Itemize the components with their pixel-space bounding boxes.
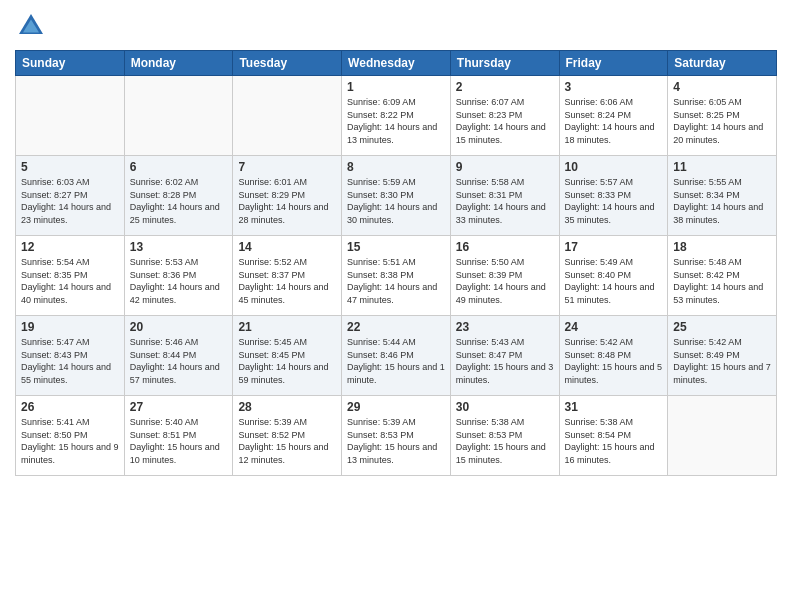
day-info: Sunrise: 5:54 AM Sunset: 8:35 PM Dayligh…: [21, 256, 119, 306]
page: SundayMondayTuesdayWednesdayThursdayFrid…: [0, 0, 792, 612]
day-number: 3: [565, 80, 663, 94]
day-info: Sunrise: 6:07 AM Sunset: 8:23 PM Dayligh…: [456, 96, 554, 146]
day-cell: 19Sunrise: 5:47 AM Sunset: 8:43 PM Dayli…: [16, 316, 125, 396]
day-info: Sunrise: 6:05 AM Sunset: 8:25 PM Dayligh…: [673, 96, 771, 146]
day-info: Sunrise: 5:38 AM Sunset: 8:54 PM Dayligh…: [565, 416, 663, 466]
header-row: SundayMondayTuesdayWednesdayThursdayFrid…: [16, 51, 777, 76]
day-number: 17: [565, 240, 663, 254]
day-info: Sunrise: 5:50 AM Sunset: 8:39 PM Dayligh…: [456, 256, 554, 306]
day-cell: 4Sunrise: 6:05 AM Sunset: 8:25 PM Daylig…: [668, 76, 777, 156]
day-info: Sunrise: 5:46 AM Sunset: 8:44 PM Dayligh…: [130, 336, 228, 386]
day-cell: 1Sunrise: 6:09 AM Sunset: 8:22 PM Daylig…: [342, 76, 451, 156]
week-row-2: 12Sunrise: 5:54 AM Sunset: 8:35 PM Dayli…: [16, 236, 777, 316]
weekday-header-monday: Monday: [124, 51, 233, 76]
day-cell: [668, 396, 777, 476]
day-number: 18: [673, 240, 771, 254]
day-info: Sunrise: 5:44 AM Sunset: 8:46 PM Dayligh…: [347, 336, 445, 386]
day-info: Sunrise: 5:51 AM Sunset: 8:38 PM Dayligh…: [347, 256, 445, 306]
day-info: Sunrise: 6:02 AM Sunset: 8:28 PM Dayligh…: [130, 176, 228, 226]
day-info: Sunrise: 5:59 AM Sunset: 8:30 PM Dayligh…: [347, 176, 445, 226]
day-cell: [124, 76, 233, 156]
day-number: 27: [130, 400, 228, 414]
day-cell: 12Sunrise: 5:54 AM Sunset: 8:35 PM Dayli…: [16, 236, 125, 316]
weekday-header-saturday: Saturday: [668, 51, 777, 76]
day-number: 5: [21, 160, 119, 174]
logo-icon: [15, 10, 47, 42]
day-number: 13: [130, 240, 228, 254]
day-info: Sunrise: 5:42 AM Sunset: 8:49 PM Dayligh…: [673, 336, 771, 386]
day-info: Sunrise: 5:48 AM Sunset: 8:42 PM Dayligh…: [673, 256, 771, 306]
day-cell: 26Sunrise: 5:41 AM Sunset: 8:50 PM Dayli…: [16, 396, 125, 476]
day-cell: 25Sunrise: 5:42 AM Sunset: 8:49 PM Dayli…: [668, 316, 777, 396]
week-row-0: 1Sunrise: 6:09 AM Sunset: 8:22 PM Daylig…: [16, 76, 777, 156]
day-number: 31: [565, 400, 663, 414]
day-number: 24: [565, 320, 663, 334]
day-info: Sunrise: 5:43 AM Sunset: 8:47 PM Dayligh…: [456, 336, 554, 386]
day-info: Sunrise: 6:01 AM Sunset: 8:29 PM Dayligh…: [238, 176, 336, 226]
day-cell: 14Sunrise: 5:52 AM Sunset: 8:37 PM Dayli…: [233, 236, 342, 316]
day-info: Sunrise: 5:42 AM Sunset: 8:48 PM Dayligh…: [565, 336, 663, 386]
day-cell: 23Sunrise: 5:43 AM Sunset: 8:47 PM Dayli…: [450, 316, 559, 396]
day-info: Sunrise: 5:39 AM Sunset: 8:53 PM Dayligh…: [347, 416, 445, 466]
day-number: 28: [238, 400, 336, 414]
calendar-table: SundayMondayTuesdayWednesdayThursdayFrid…: [15, 50, 777, 476]
day-info: Sunrise: 6:09 AM Sunset: 8:22 PM Dayligh…: [347, 96, 445, 146]
day-cell: 21Sunrise: 5:45 AM Sunset: 8:45 PM Dayli…: [233, 316, 342, 396]
weekday-header-thursday: Thursday: [450, 51, 559, 76]
day-cell: 3Sunrise: 6:06 AM Sunset: 8:24 PM Daylig…: [559, 76, 668, 156]
day-cell: 9Sunrise: 5:58 AM Sunset: 8:31 PM Daylig…: [450, 156, 559, 236]
day-number: 21: [238, 320, 336, 334]
day-cell: 24Sunrise: 5:42 AM Sunset: 8:48 PM Dayli…: [559, 316, 668, 396]
day-number: 11: [673, 160, 771, 174]
day-number: 26: [21, 400, 119, 414]
day-number: 9: [456, 160, 554, 174]
day-cell: [16, 76, 125, 156]
day-info: Sunrise: 5:57 AM Sunset: 8:33 PM Dayligh…: [565, 176, 663, 226]
week-row-1: 5Sunrise: 6:03 AM Sunset: 8:27 PM Daylig…: [16, 156, 777, 236]
day-cell: 15Sunrise: 5:51 AM Sunset: 8:38 PM Dayli…: [342, 236, 451, 316]
day-info: Sunrise: 5:45 AM Sunset: 8:45 PM Dayligh…: [238, 336, 336, 386]
day-cell: 20Sunrise: 5:46 AM Sunset: 8:44 PM Dayli…: [124, 316, 233, 396]
day-cell: 13Sunrise: 5:53 AM Sunset: 8:36 PM Dayli…: [124, 236, 233, 316]
day-number: 23: [456, 320, 554, 334]
day-info: Sunrise: 5:55 AM Sunset: 8:34 PM Dayligh…: [673, 176, 771, 226]
day-info: Sunrise: 5:47 AM Sunset: 8:43 PM Dayligh…: [21, 336, 119, 386]
day-number: 30: [456, 400, 554, 414]
weekday-header-sunday: Sunday: [16, 51, 125, 76]
day-number: 19: [21, 320, 119, 334]
day-number: 8: [347, 160, 445, 174]
day-cell: 11Sunrise: 5:55 AM Sunset: 8:34 PM Dayli…: [668, 156, 777, 236]
day-cell: 22Sunrise: 5:44 AM Sunset: 8:46 PM Dayli…: [342, 316, 451, 396]
logo: [15, 10, 51, 42]
day-number: 15: [347, 240, 445, 254]
day-number: 10: [565, 160, 663, 174]
day-info: Sunrise: 5:41 AM Sunset: 8:50 PM Dayligh…: [21, 416, 119, 466]
day-cell: 10Sunrise: 5:57 AM Sunset: 8:33 PM Dayli…: [559, 156, 668, 236]
day-cell: 17Sunrise: 5:49 AM Sunset: 8:40 PM Dayli…: [559, 236, 668, 316]
day-info: Sunrise: 5:58 AM Sunset: 8:31 PM Dayligh…: [456, 176, 554, 226]
day-number: 25: [673, 320, 771, 334]
day-info: Sunrise: 6:06 AM Sunset: 8:24 PM Dayligh…: [565, 96, 663, 146]
day-cell: 30Sunrise: 5:38 AM Sunset: 8:53 PM Dayli…: [450, 396, 559, 476]
day-cell: 27Sunrise: 5:40 AM Sunset: 8:51 PM Dayli…: [124, 396, 233, 476]
day-cell: 18Sunrise: 5:48 AM Sunset: 8:42 PM Dayli…: [668, 236, 777, 316]
day-number: 7: [238, 160, 336, 174]
day-number: 16: [456, 240, 554, 254]
week-row-3: 19Sunrise: 5:47 AM Sunset: 8:43 PM Dayli…: [16, 316, 777, 396]
day-number: 14: [238, 240, 336, 254]
day-cell: 28Sunrise: 5:39 AM Sunset: 8:52 PM Dayli…: [233, 396, 342, 476]
weekday-header-tuesday: Tuesday: [233, 51, 342, 76]
day-cell: 5Sunrise: 6:03 AM Sunset: 8:27 PM Daylig…: [16, 156, 125, 236]
day-cell: 8Sunrise: 5:59 AM Sunset: 8:30 PM Daylig…: [342, 156, 451, 236]
day-number: 29: [347, 400, 445, 414]
day-number: 22: [347, 320, 445, 334]
day-info: Sunrise: 5:38 AM Sunset: 8:53 PM Dayligh…: [456, 416, 554, 466]
day-cell: 31Sunrise: 5:38 AM Sunset: 8:54 PM Dayli…: [559, 396, 668, 476]
day-info: Sunrise: 5:40 AM Sunset: 8:51 PM Dayligh…: [130, 416, 228, 466]
day-cell: 29Sunrise: 5:39 AM Sunset: 8:53 PM Dayli…: [342, 396, 451, 476]
day-info: Sunrise: 5:39 AM Sunset: 8:52 PM Dayligh…: [238, 416, 336, 466]
weekday-header-wednesday: Wednesday: [342, 51, 451, 76]
day-number: 6: [130, 160, 228, 174]
day-number: 12: [21, 240, 119, 254]
day-cell: 7Sunrise: 6:01 AM Sunset: 8:29 PM Daylig…: [233, 156, 342, 236]
